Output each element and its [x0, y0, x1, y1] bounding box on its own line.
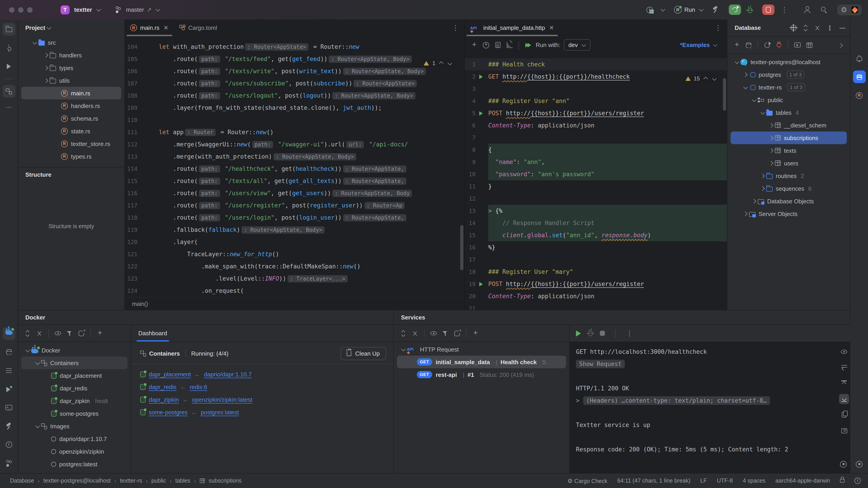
close-icon[interactable]: ✕ [549, 24, 554, 31]
import-icon[interactable] [504, 39, 515, 51]
next-warning-icon[interactable] [447, 62, 453, 64]
chevron-icon[interactable] [42, 66, 50, 69]
terminal-tool-icon[interactable] [2, 401, 15, 414]
commit-tool-icon[interactable] [2, 41, 15, 54]
docker-tool-icon[interactable] [2, 327, 15, 340]
maximize-window-icon[interactable] [27, 7, 33, 12]
tree-row[interactable]: src [21, 36, 121, 49]
tree-row[interactable]: main.rs [21, 87, 121, 99]
code-line[interactable]: 115 .route(path: "/texts/all", get(get_a… [125, 175, 464, 187]
minimize-window-icon[interactable] [18, 7, 24, 12]
run-configuration[interactable]: Run [674, 6, 705, 13]
expand-all-icon[interactable] [397, 327, 409, 339]
examples-doc-icon[interactable] [492, 39, 504, 51]
code-line[interactable]: > (Headers) …content-type: text/plain; c… [576, 394, 838, 407]
chevron-icon[interactable] [34, 425, 41, 427]
status-widget[interactable]: UTF-8 [717, 477, 733, 484]
tree-row[interactable]: handlers [21, 49, 121, 61]
git-tool-icon[interactable] [2, 457, 15, 469]
code-line[interactable]: 4### Register User "ann" [465, 95, 727, 107]
hide-icon[interactable]: — [839, 24, 845, 31]
image-name-link[interactable]: postgres:latest [201, 409, 239, 416]
tree-row[interactable]: Images [21, 420, 127, 432]
clean-up-button[interactable]: Clean Up [340, 347, 386, 360]
tree-row[interactable]: daprio/dapr:1.10.7 [21, 432, 127, 445]
chevron-icon[interactable] [31, 41, 38, 43]
pull-requests-icon[interactable] [2, 60, 15, 73]
code-line[interactable]: 120 .layer( [125, 236, 464, 248]
code-line[interactable] [576, 431, 838, 443]
chevron-icon[interactable] [768, 136, 775, 139]
tree-row[interactable]: openzipkin/zipkin [21, 445, 127, 458]
options-icon[interactable]: ⋮ [827, 24, 833, 32]
code-line[interactable]: 119 .fallback(fallback): Router<AppState… [125, 224, 464, 236]
tree-row[interactable]: handlers.rs [21, 99, 121, 112]
debug-request-icon[interactable] [588, 330, 593, 336]
database-tool-icon[interactable] [853, 70, 866, 83]
collapse-all-icon[interactable] [815, 25, 820, 31]
rerun-request-icon[interactable] [576, 330, 581, 336]
tree-row[interactable]: postgres1 of 3 [731, 68, 847, 81]
chevron-icon[interactable] [742, 73, 749, 76]
code-editor[interactable]: 104 let with_auth_protection: Router<App… [125, 36, 464, 297]
status-widget[interactable]: 64:11 (47 chars, 1 line break) [617, 477, 690, 484]
ai-assistant-icon[interactable] [851, 6, 858, 13]
container-name-link[interactable]: dapr_zipkin [149, 396, 179, 403]
run-button[interactable] [728, 4, 741, 15]
tree-row[interactable]: textter_store.rs [21, 137, 121, 150]
copy-response-icon[interactable] [839, 410, 849, 420]
tree-row[interactable]: tables4 [731, 106, 847, 119]
tree-row[interactable]: schema.rs [21, 112, 121, 125]
inspection-widget[interactable]: 1 [421, 59, 455, 67]
http-scrollbar[interactable] [723, 78, 726, 111]
tab-options-icon[interactable]: ⋮ [452, 24, 459, 32]
debug-button[interactable] [747, 7, 752, 13]
history-icon[interactable] [480, 39, 492, 51]
container-name-link[interactable]: some-postgres [149, 409, 188, 416]
tree-row[interactable]: dapr_redis [21, 382, 127, 394]
code-line[interactable]: Textter service is up [576, 419, 838, 431]
code-line[interactable]: 121 TraceLayer::new_for_http() [125, 248, 464, 260]
run-tool-icon[interactable] [2, 383, 15, 395]
expand-all-icon[interactable] [22, 327, 33, 339]
code-line[interactable]: 1### Health check [465, 58, 727, 70]
datasource-properties-icon[interactable] [743, 39, 754, 51]
tree-row[interactable]: Database Objects [731, 195, 847, 207]
tree-row[interactable]: HTTP Request [397, 343, 566, 356]
structure-header[interactable]: Structure [18, 167, 124, 182]
tree-row[interactable]: textter-rs1 of 3 [731, 81, 847, 94]
inspection-widget[interactable]: 15 [682, 74, 720, 83]
chevron-icon[interactable] [733, 61, 741, 63]
collapse-all-icon[interactable] [409, 327, 421, 339]
collapse-all-icon[interactable] [33, 327, 45, 339]
code-line[interactable]: 116 .route(path: "/users/view", get(get_… [125, 187, 464, 199]
tree-row[interactable]: users [731, 157, 847, 169]
tree-row[interactable]: dapr_placement [21, 369, 127, 382]
response-console[interactable]: GET http://localhost:3000/healthcheckSho… [569, 342, 838, 474]
stop-button[interactable] [762, 4, 774, 15]
add-service-icon[interactable]: + [470, 327, 482, 339]
code-line[interactable]: Show Request [576, 358, 838, 370]
project-icon[interactable]: T [61, 5, 70, 14]
tree-row[interactable]: types [21, 61, 121, 74]
tree-row[interactable]: GETinitial_sample_data|Health checkS [397, 356, 566, 368]
run-request-icon[interactable] [479, 111, 483, 116]
scroll-to-end-icon[interactable] [839, 394, 849, 404]
view-options-icon[interactable] [839, 347, 849, 357]
tree-row[interactable]: GETrest-api|#1Status: 200 (419 ms) [397, 368, 566, 381]
code-line[interactable]: 113 .merge(with_auth_protection): Router… [125, 151, 464, 163]
todo-tool-icon[interactable] [2, 364, 15, 377]
code-line[interactable]: 105 .route(path: "/texts/feed", get(get_… [125, 53, 464, 65]
code-line[interactable]: 8{ [465, 144, 727, 156]
run-request-icon[interactable] [479, 74, 483, 79]
code-line[interactable]: 109 .layer(from_fn_with_state(shared_sta… [125, 102, 464, 114]
environment-select[interactable]: dev [564, 39, 590, 51]
breadcrumb-item[interactable]: public [151, 478, 166, 484]
more-actions-icon[interactable]: ⋮ [781, 6, 788, 14]
image-name-link[interactable]: daprio/dapr:1.10.7 [204, 371, 252, 378]
image-name-link[interactable]: openzipkin/zipkin:latest [192, 396, 252, 403]
breadcrumb-item[interactable]: textter-postgres@localhost [43, 478, 111, 484]
breadcrumb-item[interactable]: subscriptions [199, 478, 242, 484]
code-line[interactable]: 17 [465, 254, 727, 266]
more-options-icon[interactable]: ⋮ [626, 329, 633, 337]
